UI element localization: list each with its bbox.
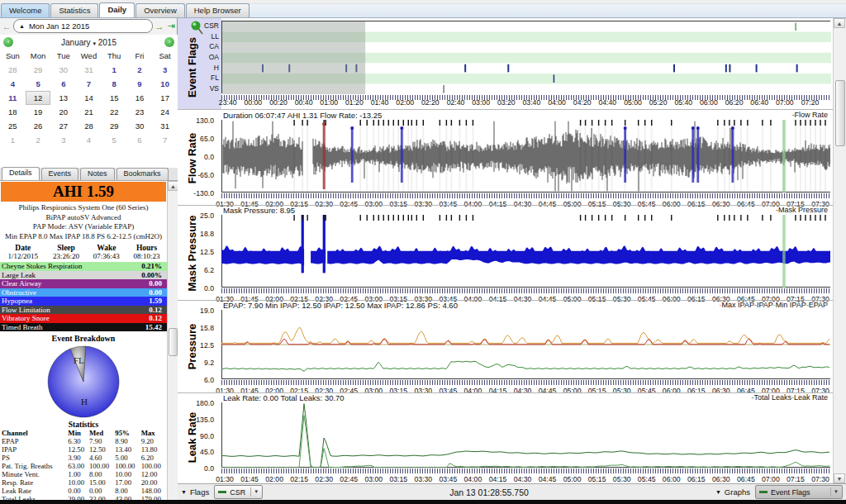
- stats-cell: 0.00: [68, 487, 89, 495]
- calendar-day[interactable]: 29: [102, 119, 127, 133]
- stats-col-header: Med: [89, 429, 115, 437]
- next-day-arrow-icon[interactable]: →: [154, 21, 164, 31]
- stats-cell: 5.00: [115, 454, 140, 462]
- x-tick-label: 01:30: [216, 475, 234, 483]
- chart-legend: -Total Leaks-Leak Rate: [751, 393, 828, 402]
- graphs-scroll-down-icon[interactable]: ▼: [834, 473, 845, 483]
- event-value: 15.42: [145, 323, 162, 331]
- calendar-day[interactable]: 5: [26, 77, 51, 91]
- graphs-scrollbar[interactable]: ▲ ▼: [833, 18, 846, 483]
- calendar-day[interactable]: 13: [50, 91, 76, 105]
- calendar-day[interactable]: 1: [102, 63, 127, 77]
- x-tick-label: 06:20: [725, 98, 744, 107]
- calendar-day[interactable]: 21: [76, 105, 102, 119]
- calendar-day[interactable]: 6: [50, 77, 76, 91]
- machine-info-line: Philips Respironics System One (60 Serie…: [0, 203, 167, 213]
- graphs-scroll-up-icon[interactable]: ▲: [834, 18, 845, 28]
- calendar-day[interactable]: 14: [76, 91, 102, 105]
- calendar-day[interactable]: 16: [127, 91, 153, 105]
- calendar-day[interactable]: 4: [76, 133, 102, 147]
- calendar-day[interactable]: 30: [127, 119, 153, 133]
- calendar-day[interactable]: 10: [152, 77, 178, 91]
- calendar-day[interactable]: 30: [50, 63, 76, 77]
- x-tick-label: 01:45: [240, 475, 259, 483]
- last-day-arrow-icon[interactable]: ⇥: [166, 21, 176, 31]
- x-tick-label: 04:45: [539, 475, 557, 483]
- calendar-day[interactable]: 22: [102, 105, 127, 119]
- tab-statistics[interactable]: Statistics: [50, 3, 98, 17]
- date-dropdown[interactable]: ▲ Mon Jan 12 2015: [13, 19, 153, 33]
- stats-cell: 12.50: [68, 445, 89, 454]
- legend-label: Total Leaks: [753, 393, 791, 402]
- x-tick-label: 04:20: [573, 98, 592, 107]
- graphs-select-combo[interactable]: Event Flags ▼: [755, 485, 843, 499]
- sidetab-details[interactable]: Details: [2, 167, 40, 180]
- pie-title: Event Breakdown: [0, 334, 167, 343]
- calendar-day[interactable]: 28: [76, 119, 102, 133]
- x-tick-label: 00:20: [269, 98, 288, 107]
- graphs-scrollbar-thumb[interactable]: [835, 80, 845, 146]
- details-scrollbar[interactable]: ▲ ▼: [167, 181, 178, 504]
- tab-overview[interactable]: Overview: [135, 3, 185, 17]
- x-tick-label: 02:40: [447, 98, 465, 107]
- calendar-day[interactable]: 31: [152, 119, 178, 133]
- main-tab-bar: WelcomeStatisticsDailyOverviewHelp Brows…: [0, 4, 846, 18]
- calendar-day[interactable]: 24: [152, 105, 178, 119]
- calendar-day[interactable]: 7: [152, 133, 178, 147]
- calendar-day[interactable]: 3: [152, 63, 178, 77]
- tab-welcome[interactable]: Welcome: [1, 3, 50, 17]
- calendar-day[interactable]: 8: [102, 77, 127, 91]
- sidetab-events[interactable]: Events: [41, 168, 79, 180]
- calendar-day[interactable]: 4: [0, 77, 26, 91]
- calendar-day[interactable]: 26: [26, 119, 51, 133]
- calendar-next-month-icon[interactable]: ›: [164, 37, 174, 47]
- calendar-day[interactable]: 5: [102, 133, 127, 147]
- calendar-day[interactable]: 31: [76, 63, 102, 77]
- flags-button[interactable]: ▼ Flags: [181, 487, 209, 497]
- prev-day-arrow-icon[interactable]: ←: [2, 21, 12, 31]
- calendar-day[interactable]: 6: [127, 133, 153, 147]
- svg-text:FL: FL: [74, 355, 84, 365]
- calendar-month-year[interactable]: January ▾ 2015: [13, 38, 164, 47]
- calendar-day[interactable]: 29: [26, 63, 51, 77]
- calendar-day[interactable]: 7: [76, 77, 102, 91]
- calendar-day[interactable]: 28: [0, 63, 26, 77]
- x-axis-ticks: [221, 193, 830, 198]
- flags-dropdown-icon: ▼: [181, 489, 187, 495]
- sidetab-notes[interactable]: Notes: [80, 168, 115, 180]
- x-tick-label: 02:00: [396, 98, 414, 107]
- calendar-day[interactable]: 17: [152, 91, 178, 105]
- event-flags-plot[interactable]: [221, 21, 830, 93]
- calendar-day[interactable]: 18: [0, 105, 26, 119]
- x-tick-label: 00:40: [295, 98, 313, 107]
- x-tick-label: 05:20: [649, 98, 668, 107]
- calendar-day[interactable]: 27: [50, 119, 76, 133]
- sidetab-bookmarks[interactable]: Bookmarks: [116, 168, 169, 180]
- calendar-day[interactable]: 1: [0, 133, 26, 147]
- calendar-day[interactable]: 20: [50, 105, 76, 119]
- event-flags-color-swatch: [759, 491, 768, 493]
- graphs-button[interactable]: ▼ Graphs: [715, 487, 750, 497]
- calendar-day[interactable]: 3: [50, 133, 76, 147]
- x-tick-label: 02:00: [265, 475, 283, 483]
- calendar-day[interactable]: 9: [127, 77, 153, 91]
- stats-cell: 4.60: [89, 454, 115, 462]
- flags-channel-combo[interactable]: CSR ▼: [214, 485, 263, 499]
- stats-cell: 100.00: [89, 462, 115, 470]
- calendar-day[interactable]: 2: [127, 63, 153, 77]
- event-value: 0.12: [149, 306, 162, 314]
- calendar-day-selected[interactable]: 12: [26, 91, 51, 105]
- calendar-day[interactable]: 15: [102, 91, 127, 105]
- tab-help-browser[interactable]: Help Browser: [186, 3, 250, 17]
- calendar-day[interactable]: 19: [26, 105, 51, 119]
- x-tick-label: 07:15: [787, 475, 805, 483]
- details-scrollbar-thumb[interactable]: [169, 328, 178, 356]
- calendar-day[interactable]: 23: [127, 105, 153, 119]
- calendar-day[interactable]: 25: [0, 119, 26, 133]
- tab-daily[interactable]: Daily: [99, 2, 135, 17]
- calendar-day[interactable]: 2: [26, 133, 51, 147]
- calendar-day[interactable]: 11: [0, 91, 26, 105]
- calendar-prev-month-icon[interactable]: ‹: [3, 37, 13, 47]
- event-flags-ylabel: Event Flags: [186, 35, 198, 101]
- machine-info-line: PAP Mode: ASV (Variable EPAP): [0, 222, 167, 232]
